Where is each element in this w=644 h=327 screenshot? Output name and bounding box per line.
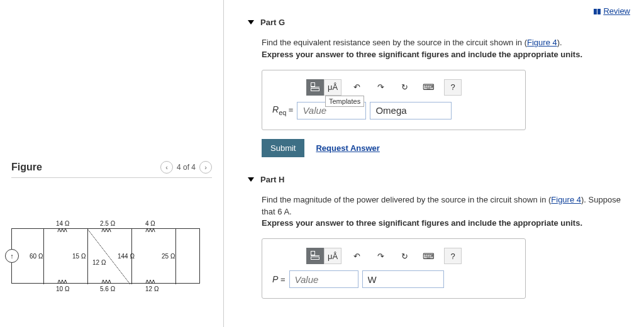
- answer-box-g: μÅ ↶ ↷ ↻ ⌨ ? Templates Req =: [262, 70, 526, 130]
- res-label: 25 Ω: [162, 253, 175, 260]
- symbol-tool-button[interactable]: μÅ: [324, 79, 341, 96]
- part-g-title: Part G: [260, 18, 285, 27]
- submit-button[interactable]: Submit: [262, 139, 304, 157]
- pager-prev-button[interactable]: ‹: [160, 161, 173, 174]
- value-input[interactable]: [289, 270, 358, 288]
- collapse-caret-icon[interactable]: [248, 20, 254, 25]
- figure-link[interactable]: Figure 4: [527, 38, 557, 47]
- part-h-title: Part H: [260, 175, 284, 184]
- res-label: 15 Ω: [72, 253, 86, 260]
- unit-input[interactable]: [370, 102, 452, 119]
- resistor-icon: ʌʌʌ: [145, 278, 155, 285]
- templates-tooltip: Templates: [325, 96, 364, 107]
- answer-box-h: μÅ ↶ ↷ ↻ ⌨ ? P =: [262, 238, 526, 299]
- keyboard-button[interactable]: ⌨: [419, 79, 438, 96]
- res-label: 60 Ω: [30, 253, 43, 260]
- pager-text: 4 of 4: [177, 163, 196, 172]
- res-label: 12 Ω: [145, 285, 158, 292]
- review-link[interactable]: Review: [594, 6, 630, 16]
- res-label: 10 Ω: [56, 285, 69, 292]
- pager-next-button[interactable]: ›: [199, 161, 212, 174]
- figure-title: Figure: [11, 162, 42, 173]
- help-button[interactable]: ?: [444, 79, 462, 96]
- help-button[interactable]: ?: [444, 248, 462, 264]
- resistor-icon: ʌʌʌ: [57, 278, 67, 285]
- symbol-tool-button[interactable]: μÅ: [324, 248, 341, 264]
- circuit-diagram: ↑ 14 Ω 2.5 Ω 4 Ω ʌʌʌ ʌʌʌ ʌʌʌ 60 Ω 15 Ω 1…: [11, 228, 200, 284]
- redo-button[interactable]: ↷: [372, 248, 389, 264]
- variable-label: Req =: [272, 104, 293, 116]
- undo-button[interactable]: ↶: [348, 248, 365, 264]
- resistor-icon: ʌʌʌ: [145, 226, 155, 233]
- reset-button[interactable]: ↻: [396, 248, 413, 264]
- res-label: 5.6 Ω: [100, 285, 115, 292]
- part-g-prompt: Find the equivalent resistance seen by t…: [262, 37, 631, 61]
- figure-pager: ‹ 4 of 4 ›: [160, 161, 212, 174]
- redo-button[interactable]: ↷: [372, 79, 389, 96]
- keyboard-button[interactable]: ⌨: [419, 248, 438, 264]
- review-icon: [594, 9, 601, 14]
- resistor-icon: ʌʌʌ: [101, 278, 111, 285]
- reset-button[interactable]: ↻: [396, 79, 413, 96]
- fraction-tool-button[interactable]: [306, 79, 324, 96]
- resistor-icon: ʌʌʌ: [57, 226, 67, 233]
- part-h-prompt: Find the magnitude of the power delivere…: [262, 194, 631, 230]
- collapse-caret-icon[interactable]: [248, 177, 254, 182]
- current-source-icon: ↑: [5, 249, 19, 263]
- unit-input[interactable]: [362, 270, 444, 288]
- undo-button[interactable]: ↶: [348, 79, 365, 96]
- request-answer-link[interactable]: Request Answer: [316, 143, 379, 153]
- fraction-tool-button[interactable]: [306, 248, 324, 264]
- figure-link[interactable]: Figure 4: [551, 195, 581, 204]
- variable-label: P =: [272, 274, 286, 284]
